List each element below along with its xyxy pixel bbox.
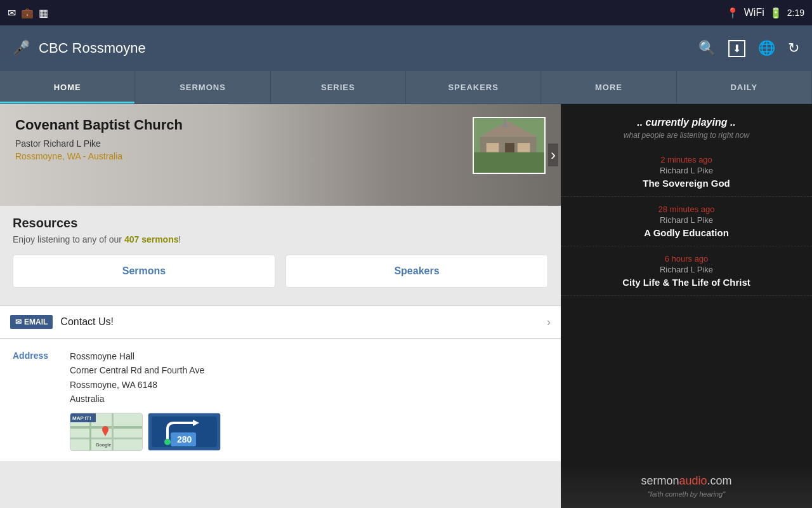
church-location: Rossmoyne, WA - Australia (15, 151, 546, 161)
sermon-item-2[interactable]: 28 minutes ago Richard L Pike A Godly Ed… (561, 197, 812, 246)
sermonaudio-logo: sermonaudio.com (571, 474, 802, 488)
sermon-time-1: 2 minutes ago (571, 155, 802, 164)
tab-series[interactable]: SERIES (271, 71, 406, 104)
contact-section: ✉ EMAIL Contact Us! › (0, 305, 561, 339)
sermon-speaker-3: Richard L Pike (571, 265, 802, 274)
svg-rect-8 (474, 152, 544, 173)
svg-rect-7 (501, 126, 509, 128)
contact-header[interactable]: ✉ EMAIL Contact Us! › (0, 306, 561, 338)
google-map-button[interactable]: MAP IT! Google (70, 413, 143, 451)
resources-subtitle: Enjoy listening to any of our 407 sermon… (13, 234, 548, 244)
left-panel: Covenant Baptist Church Pastor Richard L… (0, 104, 561, 508)
wifi-icon: WiFi (744, 7, 764, 18)
sermon-title-2: A Godly Education (571, 227, 802, 238)
mic-icon: 🎤 (13, 40, 30, 57)
address-section: Address Rossmoyne Hall Corner Central Rd… (0, 339, 561, 461)
status-left-icons: ✉ 💼 ▦ (8, 7, 48, 19)
nav-tabs: HOME SERMONS SERIES SPEAKERS MORE DAILY (0, 71, 812, 104)
church-photo-container (473, 117, 546, 174)
hero-section: Covenant Baptist Church Pastor Richard L… (0, 104, 561, 206)
svg-rect-11 (70, 438, 142, 439)
sermon-speaker-2: Richard L Pike (571, 215, 802, 225)
svg-text:280: 280 (177, 434, 192, 444)
church-photo (474, 118, 544, 173)
tab-sermons[interactable]: SERMONS (135, 71, 270, 104)
church-name: Covenant Baptist Church (15, 117, 546, 133)
sermon-item-3[interactable]: 6 hours ago Richard L Pike City Life & T… (561, 246, 812, 296)
address-text: Rossmoyne Hall Corner Central Rd and Fou… (70, 349, 204, 406)
search-icon[interactable]: 🔍 (698, 40, 716, 57)
header-actions: 🔍 ⬇ 🌐 ↻ (698, 40, 799, 57)
pastor-name: Pastor Richard L Pike (15, 138, 546, 149)
hero-text: Covenant Baptist Church Pastor Richard L… (15, 117, 546, 161)
sermonaudio-tagline: "faith cometh by hearing" (571, 490, 802, 498)
map-buttons: MAP IT! Google (70, 413, 548, 451)
email-icon: ✉ (15, 318, 22, 326)
contact-chevron-icon: › (547, 316, 551, 329)
refresh-icon[interactable]: ↻ (788, 40, 799, 57)
sermon-speaker-1: Richard L Pike (571, 166, 802, 175)
resources-title: Resources (13, 216, 548, 231)
sermon-time-3: 6 hours ago (571, 254, 802, 264)
sermon-item-1[interactable]: 2 minutes ago Richard L Pike The Soverei… (561, 147, 812, 197)
currently-playing-header: .. currently playing .. what people are … (561, 104, 812, 147)
header-left: 🎤 CBC Rossmoyne (13, 40, 146, 57)
location-icon: 📍 (726, 7, 739, 19)
svg-point-22 (164, 439, 171, 445)
globe-icon[interactable]: 🌐 (758, 40, 775, 57)
app-title: CBC Rossmoyne (39, 40, 146, 57)
address-row: Address Rossmoyne Hall Corner Central Rd… (13, 349, 548, 406)
sermonaudio-footer: sermonaudio.com "faith cometh by hearing… (561, 464, 812, 508)
status-right-icons: 📍 WiFi 🔋 2:19 (726, 7, 804, 19)
speakers-button[interactable]: Speakers (285, 255, 548, 288)
briefcase-icon: 💼 (21, 7, 34, 19)
download-icon[interactable]: ⬇ (728, 40, 745, 57)
resources-section: Resources Enjoy listening to any of our … (0, 206, 561, 298)
currently-playing-subtitle: what people are listening to right now (571, 131, 802, 140)
hero-next-arrow[interactable]: › (548, 144, 558, 166)
tab-daily[interactable]: DAILY (677, 71, 812, 104)
contact-label: Contact Us! (60, 316, 547, 328)
gmail-icon: ✉ (8, 7, 16, 19)
svg-rect-13 (112, 413, 114, 450)
svg-text:Google: Google (96, 443, 111, 448)
tab-home[interactable]: HOME (0, 71, 135, 104)
status-time: 2:19 (787, 8, 804, 18)
tab-speakers[interactable]: SPEAKERS (406, 71, 541, 104)
email-badge: ✉ EMAIL (10, 315, 53, 329)
nav-map-button[interactable]: 280 (148, 413, 221, 451)
currently-playing-title: .. currently playing .. (571, 117, 802, 128)
bars-icon: ▦ (39, 7, 48, 19)
sermon-title-3: City Life & The Life of Christ (571, 277, 802, 288)
status-bar: ✉ 💼 ▦ 📍 WiFi 🔋 2:19 (0, 0, 812, 25)
tab-more[interactable]: MORE (541, 71, 676, 104)
sermons-button[interactable]: Sermons (13, 255, 275, 288)
svg-text:MAP IT!: MAP IT! (72, 415, 91, 421)
address-label: Address (13, 349, 57, 406)
app-header: 🎤 CBC Rossmoyne 🔍 ⬇ 🌐 ↻ (0, 25, 812, 71)
right-panel: .. currently playing .. what people are … (561, 104, 812, 508)
sermon-time-2: 28 minutes ago (571, 204, 802, 214)
resource-buttons: Sermons Speakers (13, 255, 548, 288)
main-content: Covenant Baptist Church Pastor Richard L… (0, 104, 812, 508)
battery-icon: 🔋 (769, 7, 782, 19)
sermon-title-1: The Sovereign God (571, 178, 802, 189)
